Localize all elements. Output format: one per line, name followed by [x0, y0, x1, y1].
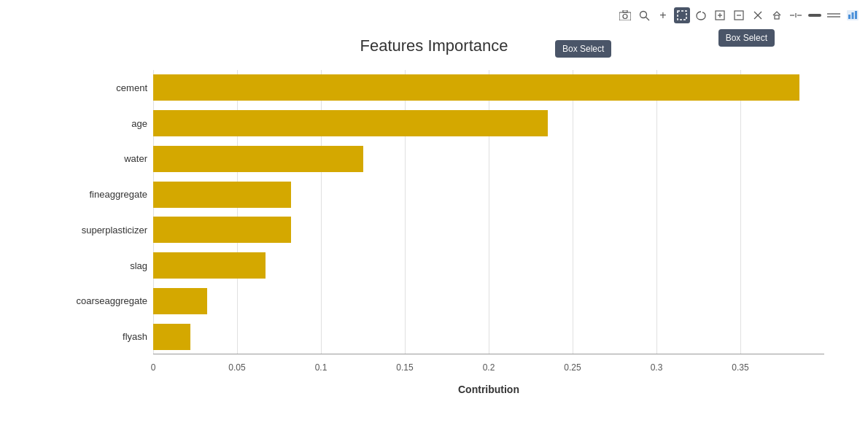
bar — [153, 252, 266, 279]
bar-label: fineaggregate — [1, 189, 147, 200]
axis-line — [153, 354, 824, 354]
bar-row: age — [153, 106, 824, 140]
bar-label: flyash — [1, 331, 147, 342]
bars-container: cementagewaterfineaggregatesuperplastici… — [153, 70, 824, 376]
bar-label: cement — [1, 82, 147, 93]
bar — [153, 324, 190, 350]
bar-row: cement — [153, 71, 824, 104]
bar-row: flyash — [153, 320, 824, 354]
bar — [153, 288, 207, 314]
chart-container: Features Importance 00.050.10.150.20.250… — [0, 0, 868, 439]
grid-and-bars: 00.050.10.150.20.250.30.35 cementagewate… — [153, 70, 824, 376]
chart-title: Features Importance — [360, 36, 508, 55]
bar — [153, 74, 799, 101]
bar-row: fineaggregate — [153, 178, 824, 211]
bar-label: coarseaggregate — [1, 295, 147, 306]
bar-row: slag — [153, 249, 824, 282]
bar-label: slag — [1, 260, 147, 271]
bar — [153, 110, 548, 136]
bar-label: superplasticizer — [1, 225, 147, 236]
bar-row: water — [153, 142, 824, 176]
x-axis-label: Contribution — [153, 384, 824, 395]
chart-area: 00.050.10.150.20.250.30.35 cementagewate… — [0, 70, 868, 439]
bar-row: superplasticizer — [153, 213, 824, 246]
bar-label: water — [1, 153, 147, 164]
bar-label: age — [1, 118, 147, 129]
bar — [153, 146, 363, 172]
bar — [153, 182, 291, 208]
bar — [153, 217, 291, 243]
bar-row: coarseaggregate — [153, 284, 824, 318]
